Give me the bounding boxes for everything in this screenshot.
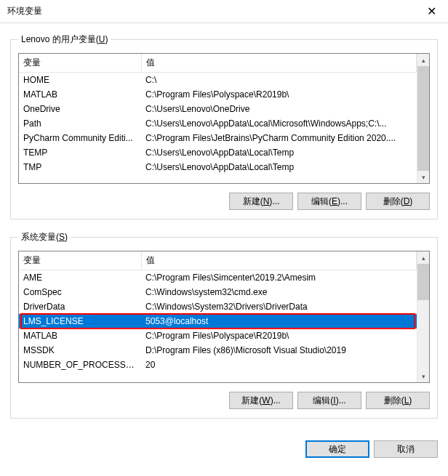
table-row[interactable]: MSSDKD:\Program Files (x86)\Microsoft Vi… [19,343,417,358]
var-value-cell: C:\Users\Lenovo\AppData\Local\Microsoft\… [141,116,417,131]
var-name-cell: MATLAB [19,87,141,102]
system-buttons-row: 新建(W)... 编辑(I)... 删除(L) [18,392,430,409]
system-variables-table-container: 变量 值 AMEC:\Program Files\Simcenter\2019.… [18,251,430,383]
table-row[interactable]: LMS_LICENSE5053@localhost [19,314,417,328]
system-new-button[interactable]: 新建(W)... [229,392,293,409]
var-value-cell: 5053@localhost [141,314,417,328]
scroll-down-icon[interactable]: ▾ [417,171,429,183]
var-value-cell: C:\Users\Lenovo\AppData\Local\Temp [141,145,417,160]
var-value-cell: C:\Users\Lenovo\OneDrive [141,102,417,116]
scroll-up-icon[interactable]: ▴ [417,54,429,66]
var-value-cell: C:\Program Files\Polyspace\R2019b\ [141,328,417,343]
system-delete-button[interactable]: 删除(L) [366,392,430,409]
table-row[interactable]: NUMBER_OF_PROCESSORS20 [19,358,417,372]
user-edit-button[interactable]: 编辑(E)... [297,193,361,210]
var-name-cell: LMS_LICENSE [19,314,141,328]
user-table-scrollbar[interactable]: ▴ ▾ [417,54,429,183]
var-name-cell: ComSpec [19,285,141,299]
table-row[interactable]: DriverDataC:\Windows\System32\Drivers\Dr… [19,299,417,314]
var-name-cell: TMP [19,160,141,174]
var-name-cell: DriverData [19,299,141,314]
var-name-cell: Path [19,116,141,131]
system-variables-group: 系统变量(S) 变量 值 AMEC:\Program Files\Simcent… [10,231,438,419]
close-icon: ✕ [427,4,436,18]
ok-button[interactable]: 确定 [305,440,369,458]
table-row[interactable]: HOMEC:\ [19,73,417,88]
user-buttons-row: 新建(N)... 编辑(E)... 删除(D) [18,193,430,210]
table-row[interactable]: MATLABC:\Program Files\Polyspace\R2019b\ [19,328,417,343]
var-value-cell: C:\Windows\System32\Drivers\DriverData [141,299,417,314]
scroll-down-icon[interactable]: ▾ [417,370,429,382]
var-name-cell: PyCharm Community Editi... [19,131,141,145]
var-name-cell: TEMP [19,145,141,160]
table-row[interactable]: TMPC:\Users\Lenovo\AppData\Local\Temp [19,160,417,174]
var-name-cell: MSSDK [19,343,141,358]
user-col-value[interactable]: 值 [141,54,417,73]
table-row[interactable]: MATLABC:\Program Files\Polyspace\R2019b\ [19,87,417,102]
system-table-scrollbar[interactable]: ▴ ▾ [417,251,429,382]
var-name-cell: MATLAB [19,328,141,343]
system-edit-button[interactable]: 编辑(I)... [297,392,361,409]
var-value-cell: 20 [141,358,417,372]
user-variables-table-container: 变量 值 HOMEC:\MATLABC:\Program Files\Polys… [18,53,430,184]
table-row[interactable]: ComSpecC:\Windows\system32\cmd.exe [19,285,417,299]
table-row[interactable]: PathC:\Users\Lenovo\AppData\Local\Micros… [19,116,417,131]
table-row[interactable]: OneDriveC:\Users\Lenovo\OneDrive [19,102,417,116]
close-button[interactable]: ✕ [415,0,448,23]
system-col-value[interactable]: 值 [141,251,417,270]
var-value-cell: C:\Users\Lenovo\AppData\Local\Temp [141,160,417,174]
user-variables-legend: Lenovo 的用户变量(U) [18,33,111,46]
scroll-thumb[interactable] [417,66,429,171]
window-title: 环境变量 [7,5,42,17]
dialog-content: Lenovo 的用户变量(U) 变量 值 HOMEC:\MATLABC:\Pro… [0,23,448,437]
user-delete-button[interactable]: 删除(D) [366,193,430,210]
table-row[interactable]: AMEC:\Program Files\Simcenter\2019.2\Ame… [19,270,417,286]
var-value-cell: D:\Program Files (x86)\Microsoft Visual … [141,343,417,358]
titlebar: 环境变量 ✕ [0,0,448,23]
user-variables-group: Lenovo 的用户变量(U) 变量 值 HOMEC:\MATLABC:\Pro… [10,33,438,219]
scroll-up-icon[interactable]: ▴ [417,251,429,264]
footer-buttons: 确定 取消 [0,437,448,468]
table-row[interactable]: PyCharm Community Editi...C:\Program Fil… [19,131,417,145]
var-value-cell: C:\Windows\system32\cmd.exe [141,285,417,299]
var-value-cell: C:\Program Files\Simcenter\2019.2\Amesim [141,270,417,286]
scroll-thumb[interactable] [417,264,429,300]
user-variables-table[interactable]: 变量 值 HOMEC:\MATLABC:\Program Files\Polys… [19,54,417,174]
system-variables-table[interactable]: 变量 值 AMEC:\Program Files\Simcenter\2019.… [19,251,417,372]
cancel-button[interactable]: 取消 [374,440,438,458]
var-name-cell: OneDrive [19,102,141,116]
var-name-cell: NUMBER_OF_PROCESSORS [19,358,141,372]
user-new-button[interactable]: 新建(N)... [229,193,293,210]
var-value-cell: C:\Program Files\JetBrains\PyCharm Commu… [141,131,417,145]
table-row[interactable]: TEMPC:\Users\Lenovo\AppData\Local\Temp [19,145,417,160]
var-value-cell: C:\Program Files\Polyspace\R2019b\ [141,87,417,102]
system-variables-legend: 系统变量(S) [18,231,71,243]
var-name-cell: AME [19,270,141,286]
system-col-name[interactable]: 变量 [19,251,141,270]
user-col-name[interactable]: 变量 [19,54,141,73]
var-name-cell: HOME [19,73,141,88]
var-value-cell: C:\ [141,73,417,88]
